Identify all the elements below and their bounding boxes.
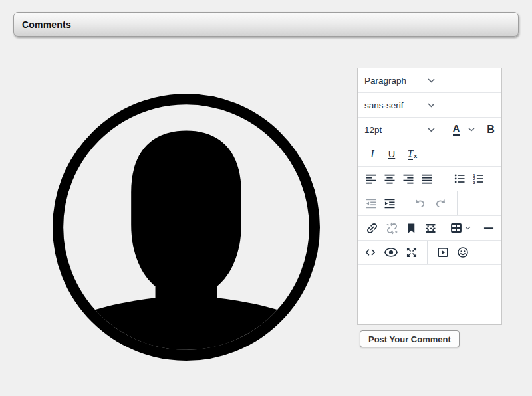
toolbar-row-emphasis: I U Tx <box>358 142 501 167</box>
undo-button[interactable] <box>410 192 430 215</box>
comment-editor: Paragraph sans-serif 12pt A <box>357 68 502 325</box>
indent-icon <box>383 197 396 210</box>
font-select-value: sans-serif <box>364 100 404 110</box>
font-select[interactable]: sans-serif <box>358 94 442 116</box>
clear-formatting-sub-label: x <box>414 153 417 159</box>
align-left-icon <box>364 172 378 185</box>
format-select[interactable]: Paragraph <box>358 69 442 92</box>
toolbar-row-format: Paragraph <box>358 68 501 93</box>
svg-text:3: 3 <box>473 181 475 185</box>
comments-page: Comments Paragraph sans-serif <box>0 0 532 396</box>
align-justify-button[interactable] <box>418 167 436 190</box>
media-button[interactable] <box>433 241 453 264</box>
toolbar-row-insert <box>358 216 501 241</box>
table-icon <box>450 221 463 235</box>
toolbar-divider <box>501 167 501 191</box>
numbered-list-button[interactable]: 123 <box>469 167 487 190</box>
format-select-value: Paragraph <box>364 76 406 86</box>
emoji-icon <box>456 246 469 259</box>
forecolor-menu-button[interactable] <box>466 118 477 141</box>
bold-button[interactable]: B <box>481 118 500 141</box>
chevron-down-icon <box>428 78 435 83</box>
align-right-button[interactable] <box>399 167 418 190</box>
align-center-icon <box>383 172 396 185</box>
fullscreen-button[interactable] <box>402 241 422 264</box>
media-icon <box>436 246 450 259</box>
chevron-down-icon <box>468 128 475 132</box>
align-right-icon <box>402 172 415 185</box>
chevron-down-icon <box>465 226 471 230</box>
user-avatar-icon <box>52 93 321 361</box>
bold-label: B <box>487 124 495 136</box>
page-break-icon <box>424 221 438 235</box>
toolbar-divider <box>446 68 446 92</box>
italic-label: I <box>370 148 374 160</box>
size-select[interactable]: 12pt <box>358 118 442 141</box>
comments-header: Comments <box>13 12 519 37</box>
horizontal-rule-icon <box>482 221 495 235</box>
preview-button[interactable] <box>380 241 402 264</box>
outdent-button[interactable] <box>362 192 380 215</box>
page-break-button[interactable] <box>420 217 440 239</box>
code-button[interactable] <box>360 241 380 264</box>
emoji-button[interactable] <box>453 241 473 264</box>
toolbar-row-align: 123 <box>358 167 501 191</box>
undo-icon <box>414 197 427 210</box>
forecolor-label: A <box>453 124 460 136</box>
toolbar-row-size: 12pt A B <box>358 118 501 142</box>
table-button[interactable] <box>446 217 475 239</box>
editor-text-area[interactable] <box>358 265 501 324</box>
toolbar-divider <box>446 167 446 191</box>
code-icon <box>364 246 377 259</box>
underline-label: U <box>388 149 395 159</box>
redo-button[interactable] <box>430 192 450 215</box>
fullscreen-icon <box>405 246 418 259</box>
redo-icon <box>434 197 447 210</box>
forecolor-button[interactable]: A <box>447 118 466 141</box>
bookmark-icon <box>405 222 418 235</box>
unlink-button[interactable] <box>382 217 402 239</box>
link-button[interactable] <box>362 217 382 239</box>
chevron-down-icon <box>428 103 435 108</box>
toolbar-row-view <box>358 241 501 265</box>
post-comment-button[interactable]: Post Your Comment <box>360 330 460 347</box>
bullet-list-button[interactable] <box>450 167 469 190</box>
bookmark-button[interactable] <box>402 217 420 239</box>
clear-formatting-label: T <box>408 149 413 160</box>
indent-button[interactable] <box>380 192 399 215</box>
size-select-value: 12pt <box>364 125 382 135</box>
unlink-icon <box>385 221 399 235</box>
toolbar-row-indent <box>358 191 501 216</box>
bullet-list-icon <box>453 172 466 185</box>
clear-formatting-button[interactable]: Tx <box>402 143 423 165</box>
italic-button[interactable]: I <box>363 143 382 165</box>
chevron-down-icon <box>428 128 435 132</box>
align-center-button[interactable] <box>380 167 399 190</box>
page-title: Comments <box>22 19 71 30</box>
align-justify-icon <box>420 172 434 185</box>
link-icon <box>365 221 379 235</box>
toolbar-row-font: sans-serif <box>358 93 501 118</box>
numbered-list-icon: 123 <box>471 172 485 185</box>
toolbar-divider <box>406 191 406 215</box>
user-avatar <box>52 93 321 361</box>
preview-icon <box>384 245 398 260</box>
align-left-button[interactable] <box>362 167 380 190</box>
underline-button[interactable]: U <box>382 143 402 165</box>
horizontal-rule-button[interactable] <box>479 217 499 239</box>
toolbar-divider <box>427 241 428 264</box>
outdent-icon <box>364 197 378 210</box>
toolbar-divider <box>457 191 458 215</box>
